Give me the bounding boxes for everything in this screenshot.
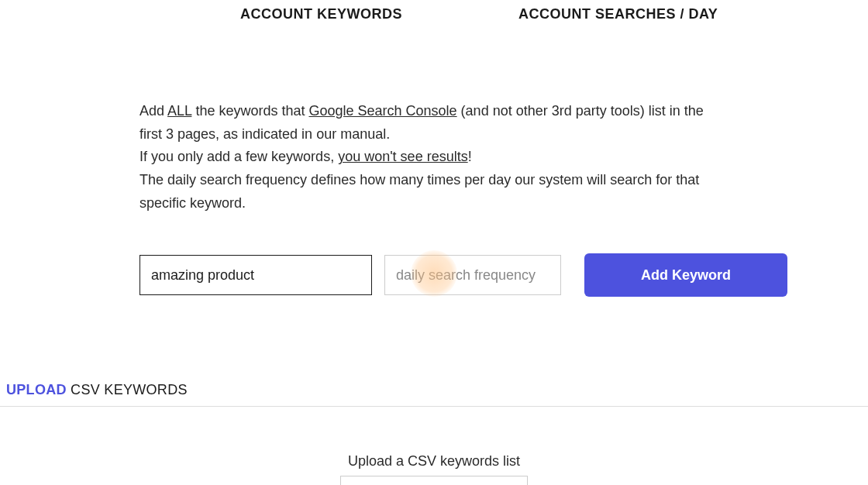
upload-title-rest: CSV KEYWORDS [67, 382, 188, 397]
account-searches-header: ACCOUNT SEARCHES / DAY [518, 6, 718, 22]
top-headers: ACCOUNT KEYWORDS ACCOUNT SEARCHES / DAY [0, 0, 868, 22]
instr-part5: ! [468, 149, 472, 164]
instr-part1: Add [140, 103, 167, 119]
upload-title-blue: UPLOAD [6, 382, 67, 397]
upload-section-header: UPLOAD CSV KEYWORDS [0, 382, 868, 407]
frequency-input[interactable] [384, 255, 561, 295]
account-keywords-header: ACCOUNT KEYWORDS [240, 6, 402, 22]
upload-label: Upload a CSV keywords list [0, 453, 868, 470]
instr-part4: If you only add a few keywords, [140, 149, 338, 164]
add-keyword-form: Add Keyword [0, 215, 868, 297]
upload-csv-button[interactable]: Click to upload a CSV file [340, 476, 528, 485]
keyword-input[interactable] [140, 255, 372, 295]
add-keyword-button[interactable]: Add Keyword [584, 253, 787, 297]
upload-area: Upload a CSV keywords list Click to uplo… [0, 453, 868, 485]
instructions-text: Add ALL the keywords that Google Search … [0, 22, 868, 215]
instr-noresults: you won't see results [338, 149, 468, 164]
instr-gsc: Google Search Console [308, 103, 456, 119]
instr-part2: the keywords that [191, 103, 308, 119]
instr-part6: The daily search frequency defines how m… [140, 172, 699, 211]
instr-all: ALL [167, 103, 191, 119]
